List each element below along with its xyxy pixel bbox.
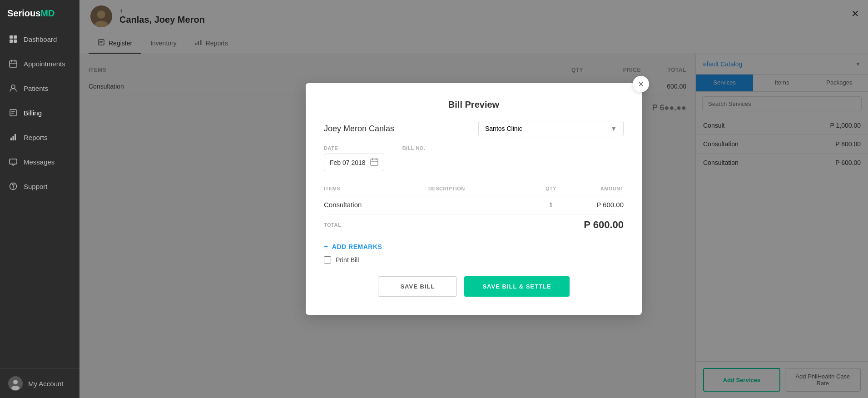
modal-col-desc: DESCRIPTION (428, 186, 533, 191)
sidebar-logo: SeriousMD (0, 0, 79, 27)
sidebar-item-label-account: My Account (28, 380, 64, 388)
sidebar-item-label-messages: Messages (24, 158, 55, 166)
svg-rect-9 (10, 109, 16, 116)
add-remarks-label: ADD REMARKS (332, 243, 382, 250)
support-icon (8, 181, 18, 191)
plus-icon: + (324, 243, 328, 251)
sidebar-item-support[interactable]: Support (0, 174, 79, 199)
sidebar-item-label-reports: Reports (24, 134, 48, 141)
svg-point-18 (13, 380, 18, 384)
svg-rect-12 (10, 138, 12, 140)
modal-date-field: DATE Feb 07 2018 (324, 145, 384, 171)
clinic-chevron-icon: ▼ (610, 125, 617, 132)
sidebar-item-messages[interactable]: Messages (0, 149, 79, 174)
svg-point-19 (11, 386, 20, 390)
sidebar-item-appointments[interactable]: Appointments (0, 51, 79, 76)
sidebar-item-reports[interactable]: Reports (0, 125, 79, 149)
modal-close-button[interactable]: × (633, 76, 649, 92)
dashboard-icon (8, 34, 18, 44)
sidebar-item-label-patients: Patients (24, 85, 48, 92)
add-remarks-row[interactable]: + ADD REMARKS (324, 243, 624, 251)
modal-billno-field: BILL NO. (402, 145, 426, 171)
appointments-icon (8, 59, 18, 69)
sidebar-bottom: My Account (0, 368, 79, 398)
sidebar-item-label-dashboard: Dashboard (24, 35, 57, 43)
modal-total-label: TOTAL (324, 222, 533, 228)
account-avatar (8, 376, 23, 391)
modal-items-header: ITEMS DESCRIPTION QTY AMOUNT (324, 182, 624, 195)
modal-date-value: Feb 07 2018 (330, 159, 366, 166)
svg-rect-4 (10, 61, 17, 67)
svg-rect-1 (14, 35, 17, 39)
reports-icon (8, 132, 18, 142)
svg-rect-3 (14, 40, 17, 43)
sidebar-item-dashboard[interactable]: Dashboard (0, 27, 79, 51)
print-bill-row: Print Bill (324, 256, 624, 264)
modal-title: Bill Preview (324, 100, 624, 110)
calendar-icon (370, 158, 378, 167)
modal-item-row-0: Consultation 1 P 600.00 (324, 195, 624, 214)
modal-items-table: ITEMS DESCRIPTION QTY AMOUNT Consultatio… (324, 182, 624, 235)
sidebar-item-label-billing: Billing (24, 109, 42, 117)
modal-overlay: × Bill Preview Joey Meron Canlas Santos … (79, 0, 868, 398)
bill-preview-modal: × Bill Preview Joey Meron Canlas Santos … (306, 83, 642, 315)
modal-billno-value (402, 154, 426, 171)
sidebar-nav: Dashboard Appointments Patients Billing … (0, 27, 79, 368)
save-bill-settle-button[interactable]: SAVE BILL & SETTLE (464, 276, 569, 297)
patients-icon (8, 83, 18, 93)
svg-rect-29 (371, 159, 378, 165)
sidebar-item-label-support: Support (24, 183, 48, 190)
modal-col-qty: QTY (533, 186, 569, 191)
billing-icon (8, 108, 18, 118)
modal-date-label: DATE (324, 145, 384, 151)
sidebar-item-account[interactable]: My Account (0, 369, 79, 398)
svg-rect-15 (10, 159, 17, 164)
svg-rect-0 (10, 35, 13, 39)
main-area: × 4 Canlas, Joey Meron Register Inventor… (79, 0, 868, 398)
svg-rect-14 (15, 134, 16, 140)
messages-icon (8, 157, 18, 167)
logo-text: SeriousMD (7, 8, 55, 19)
modal-patient-name: Joey Meron Canlas (324, 124, 394, 134)
modal-date-row: DATE Feb 07 2018 BILL NO. (324, 145, 624, 171)
svg-point-8 (11, 85, 15, 89)
modal-col-amount: AMOUNT (569, 186, 624, 191)
save-bill-button[interactable]: SAVE BILL (378, 276, 457, 297)
sidebar-item-label-appointments: Appointments (24, 60, 65, 68)
modal-item-amount-0: P 600.00 (569, 201, 624, 209)
sidebar: SeriousMD Dashboard Appointments Patient… (0, 0, 79, 398)
modal-total-row: TOTAL P 600.00 (324, 214, 624, 235)
sidebar-item-patients[interactable]: Patients (0, 76, 79, 100)
modal-col-items: ITEMS (324, 186, 428, 191)
svg-rect-2 (10, 40, 13, 43)
modal-clinic-value: Santos Clinic (485, 125, 522, 132)
modal-clinic-select[interactable]: Santos Clinic ▼ (478, 121, 624, 136)
print-bill-checkbox[interactable] (324, 256, 331, 264)
modal-billno-label: BILL NO. (402, 145, 426, 151)
modal-date-input[interactable]: Feb 07 2018 (324, 154, 384, 171)
sidebar-item-billing[interactable]: Billing (0, 100, 79, 125)
modal-item-name-0: Consultation (324, 201, 428, 209)
svg-rect-13 (13, 136, 14, 140)
modal-total-amount: P 600.00 (533, 219, 624, 231)
print-bill-label: Print Bill (336, 256, 359, 264)
modal-buttons: SAVE BILL SAVE BILL & SETTLE (324, 276, 624, 297)
modal-patient-row: Joey Meron Canlas Santos Clinic ▼ (324, 121, 624, 136)
modal-item-qty-0: 1 (533, 201, 569, 209)
